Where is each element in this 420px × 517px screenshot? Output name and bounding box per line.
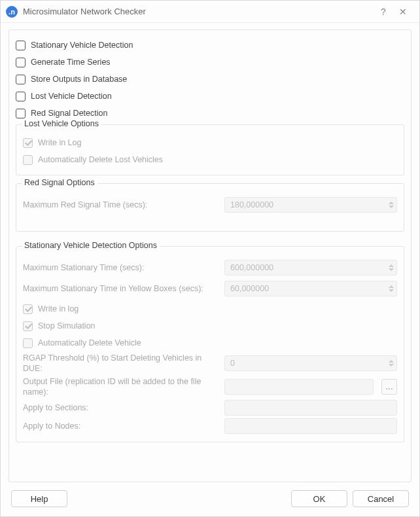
checkbox-label: Lost Vehicle Detection [31, 92, 112, 101]
checkbox-label: Write in Log [38, 138, 81, 147]
spinner-input [224, 260, 397, 276]
checkbox-box-icon [16, 58, 26, 67]
row-apply-to-sections: Apply to Sections: [23, 399, 397, 417]
spinner-max-red-signal-time [224, 197, 397, 213]
checkbox-box-icon [23, 321, 33, 331]
checkbox-box-icon [16, 109, 26, 118]
checkbox-store-outputs-in-database[interactable]: Store Outputs in Database [16, 71, 404, 88]
checkbox-label: Stop Simulation [38, 321, 96, 330]
group-svd-options: Stationary Vehicle Detection Options Max… [16, 246, 404, 442]
row-max-red-signal-time: Maximum Red Signal Time (secs): [23, 196, 397, 214]
checkbox-svd-write-in-log: Write in log [23, 300, 397, 317]
row-max-stationary-time: Maximum Stationary Time (secs): [23, 258, 397, 277]
checkbox-svd-auto-delete-vehicle: Automatically Delete Vehicle [23, 334, 397, 351]
checkbox-generate-time-series[interactable]: Generate Time Series [16, 54, 404, 71]
field-label: Maximum Red Signal Time (secs): [23, 200, 219, 210]
cancel-button[interactable]: Cancel [353, 490, 409, 507]
text-input [224, 379, 374, 395]
dialog-window: .n Microsimulator Network Checker ? ✕ St… [0, 0, 420, 517]
row-max-stationary-yellow: Maximum Stationary Time in Yellow Boxes … [23, 277, 397, 300]
chevron-down-icon [389, 289, 394, 292]
checkbox-write-in-log: Write in Log [23, 134, 397, 151]
row-output-file: Output File (replication ID will be adde… [23, 375, 397, 399]
spinner-arrows [387, 356, 396, 370]
spinner-arrows [387, 260, 396, 275]
spinner-arrows [387, 198, 396, 212]
spinner-rgap-threshold [224, 355, 397, 371]
field-label: Apply to Sections: [23, 402, 219, 413]
window-title: Microsimulator Network Checker [23, 7, 374, 16]
checkbox-box-icon [23, 138, 33, 148]
field-label: Maximum Stationary Time in Yellow Boxes … [23, 283, 219, 294]
group-red-signal-options: Red Signal Options Maximum Red Signal Ti… [16, 183, 404, 232]
ok-button[interactable]: OK [291, 490, 347, 507]
dialog-footer: Help OK Cancel [1, 485, 419, 516]
spinner-input [224, 281, 397, 296]
group-legend: Lost Vehicle Options [22, 119, 101, 128]
checkbox-box-icon [16, 41, 26, 50]
field-label: Maximum Stationary Time (secs): [23, 262, 219, 273]
text-apply-to-sections [224, 400, 397, 416]
chevron-down-icon [389, 205, 394, 208]
spinner-arrows [387, 281, 396, 296]
spinner-max-stationary-time [224, 260, 397, 276]
row-rgap-threshold: RGAP Threshold (%) to Start Deleting Veh… [23, 351, 397, 375]
text-output-file [224, 379, 374, 395]
checkbox-auto-delete-lost: Automatically Delete Lost Vehicles [23, 151, 397, 168]
close-icon[interactable]: ✕ [393, 3, 413, 21]
titlebar: .n Microsimulator Network Checker ? ✕ [1, 1, 419, 23]
checkbox-label: Write in log [38, 304, 79, 313]
chevron-up-icon [389, 264, 394, 267]
chevron-down-icon [389, 364, 394, 366]
dialog-body: Stationary Vehicle Detection Generate Ti… [1, 23, 419, 485]
checkbox-box-icon [23, 338, 33, 348]
checkbox-box-icon [16, 92, 26, 101]
checkbox-lost-vehicle-detection[interactable]: Lost Vehicle Detection [16, 88, 404, 105]
spinner-max-stationary-yellow [224, 281, 397, 296]
group-legend: Stationary Vehicle Detection Options [22, 241, 160, 250]
checkbox-box-icon [16, 75, 26, 84]
chevron-up-icon [389, 360, 394, 363]
row-apply-to-nodes: Apply to Nodes: [23, 417, 397, 435]
text-input [224, 400, 397, 416]
checkbox-label: Stationary Vehicle Detection [31, 41, 133, 50]
app-icon: .n [6, 6, 18, 18]
field-label: Apply to Nodes: [23, 421, 219, 431]
help-icon[interactable]: ? [374, 3, 393, 21]
checkbox-label: Automatically Delete Vehicle [38, 338, 141, 348]
chevron-down-icon [389, 268, 394, 271]
checkbox-label: Generate Time Series [31, 58, 111, 67]
chevron-up-icon [389, 202, 394, 204]
field-label: Output File (replication ID will be adde… [23, 376, 219, 398]
main-panel: Stationary Vehicle Detection Generate Ti… [9, 29, 411, 482]
spinner-input [224, 197, 397, 213]
checkbox-label: Store Outputs in Database [31, 75, 127, 84]
help-button[interactable]: Help [11, 490, 67, 507]
checkbox-label: Automatically Delete Lost Vehicles [38, 155, 163, 164]
checkbox-box-icon [23, 155, 33, 165]
field-label: RGAP Threshold (%) to Start Deleting Veh… [23, 353, 219, 374]
group-lost-vehicle-options: Lost Vehicle Options Write in Log Automa… [16, 124, 404, 175]
browse-button: … [381, 379, 397, 395]
checkbox-label: Red Signal Detection [31, 109, 107, 118]
chevron-up-icon [389, 285, 394, 288]
checkbox-svd-stop-simulation: Stop Simulation [23, 317, 397, 334]
group-legend: Red Signal Options [22, 178, 97, 187]
checkbox-box-icon [23, 304, 33, 314]
text-apply-to-nodes [224, 418, 397, 434]
text-input [224, 418, 397, 434]
checkbox-stationary-vehicle-detection[interactable]: Stationary Vehicle Detection [16, 37, 404, 54]
spinner-input [224, 355, 397, 371]
